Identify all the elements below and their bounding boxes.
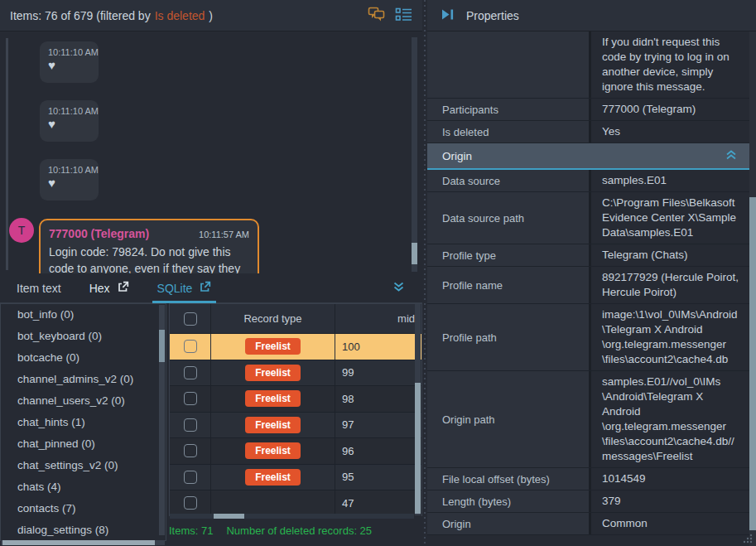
- table-row[interactable]: Freelist 95: [170, 465, 421, 491]
- message-bubble[interactable]: 10:11:10 AM ♥: [40, 41, 99, 83]
- table-header-row: Record type mid: [170, 304, 421, 334]
- detail-list-view-icon[interactable]: [395, 7, 412, 24]
- property-row[interactable]: Data source path C:\Program Files\Belkas…: [427, 192, 749, 244]
- tree-item[interactable]: chats (4): [1, 476, 166, 498]
- tree-item[interactable]: chat_pinned (0): [1, 433, 166, 455]
- tab-item-text[interactable]: Item text: [17, 273, 61, 303]
- sqlite-table-tree: bot_info (0) bot_keyboard (0) botcache (…: [0, 303, 166, 541]
- table-status-bar: Items: 71 Number of deleted records: 25: [169, 520, 422, 540]
- property-value: samples.E01//vol_0\IMs \Android\Telegram…: [591, 371, 749, 467]
- row-checkbox[interactable]: [184, 418, 197, 432]
- record-type-badge: Freelist: [245, 338, 301, 355]
- property-row[interactable]: File local offset (bytes) 1014549: [427, 468, 749, 490]
- table-row[interactable]: Freelist 98: [170, 386, 421, 413]
- messages-scrollbar-thumb[interactable]: [412, 243, 417, 264]
- message-bubble[interactable]: 10:11:10 AM ♥: [40, 159, 99, 201]
- column-record-type[interactable]: Record type: [211, 304, 335, 333]
- tree-item[interactable]: chat_hints (1): [1, 412, 166, 433]
- row-checkbox[interactable]: [184, 366, 197, 379]
- property-row[interactable]: Origin Common: [427, 513, 749, 535]
- chat-message-list: 10:11:10 AM ♥ 10:11:10 AM ♥ 10:11:10 AM …: [0, 31, 422, 273]
- origin-section-header[interactable]: Origin: [427, 143, 749, 170]
- row-checkbox[interactable]: [184, 340, 197, 353]
- property-label: Data source: [427, 170, 591, 191]
- record-type-badge: Freelist: [245, 417, 301, 433]
- property-row[interactable]: If you didn't request this code by tryin…: [427, 31, 749, 99]
- tree-scrollbar-thumb[interactable]: [159, 330, 165, 362]
- open-external-icon[interactable]: [117, 281, 129, 296]
- property-value: 892177929 (Hercule Poirot, Hercule Poiro…: [591, 267, 749, 303]
- table-row[interactable]: Freelist 97: [170, 413, 421, 439]
- tab-label: SQLite: [157, 282, 193, 295]
- property-row[interactable]: Profile type Telegram (Chats): [427, 244, 749, 267]
- property-label: Participants: [427, 99, 591, 120]
- tree-item[interactable]: channel_admins_v2 (0): [1, 369, 166, 390]
- property-row[interactable]: Data source samples.E01: [427, 170, 749, 192]
- property-label: Origin: [427, 513, 591, 534]
- message-bubble[interactable]: 10:11:10 AM ♥: [40, 100, 99, 142]
- conversation-view-icon[interactable]: [368, 7, 385, 25]
- property-value: samples.E01: [591, 170, 749, 191]
- items-count-suffix: ): [209, 9, 213, 22]
- column-mid[interactable]: mid: [335, 304, 421, 333]
- property-value: If you didn't request this code by tryin…: [591, 31, 749, 98]
- tree-item[interactable]: botcache (0): [1, 347, 166, 369]
- mid-value: 47: [335, 490, 421, 516]
- selected-message-bubble[interactable]: 777000 (Telegram) 10:11:57 AM Login code…: [39, 219, 259, 273]
- property-label: File local offset (bytes): [427, 468, 591, 490]
- property-row[interactable]: Profile name 892177929 (Hercule Poirot, …: [427, 267, 749, 304]
- tab-sqlite[interactable]: SQLite: [157, 273, 212, 303]
- message-timestamp: 10:11:10 AM: [48, 106, 99, 116]
- tree-item[interactable]: contacts (7): [1, 498, 166, 519]
- table-scrollbar-thumb[interactable]: [415, 383, 421, 514]
- collapse-section-icon[interactable]: [725, 149, 738, 163]
- property-value: C:\Program Files\Belkasoft Evidence Cent…: [591, 192, 749, 244]
- property-row[interactable]: Length (bytes) 379: [427, 490, 749, 513]
- collapse-pane-icon[interactable]: [392, 281, 406, 296]
- row-checkbox[interactable]: [184, 392, 197, 405]
- tree-hscrollbar: [1, 540, 165, 545]
- tree-hscrollbar-thumb[interactable]: [2, 540, 155, 545]
- avatar: T: [9, 218, 34, 243]
- resize-grip[interactable]: [740, 533, 754, 544]
- property-label: Profile path: [427, 304, 591, 370]
- property-value: 379: [591, 490, 749, 512]
- properties-scrollbar-thumb[interactable]: [749, 197, 756, 530]
- table-row[interactable]: 47: [170, 490, 421, 516]
- property-label: [427, 31, 591, 98]
- table-hscrollbar: [170, 514, 414, 519]
- mid-value: 100: [335, 334, 421, 360]
- filter-link[interactable]: Is deleted: [155, 9, 205, 22]
- select-all-checkbox[interactable]: [184, 312, 197, 326]
- items-header-bar: Items: 76 of 679 (filtered by Is deleted…: [0, 0, 422, 31]
- row-checkbox[interactable]: [184, 496, 197, 510]
- open-external-icon[interactable]: [199, 281, 211, 296]
- row-checkbox[interactable]: [184, 444, 197, 457]
- property-row[interactable]: Participants 777000 (Telegram): [427, 99, 749, 121]
- properties-grid: If you didn't request this code by tryin…: [427, 31, 749, 546]
- table-row[interactable]: Freelist 99: [170, 360, 421, 387]
- tree-item[interactable]: chat_settings_v2 (0): [1, 455, 166, 476]
- record-type-badge: Freelist: [245, 442, 301, 459]
- tree-item[interactable]: bot_info (0): [1, 304, 166, 326]
- property-row[interactable]: Profile path image:\1\vol_0\IMs\Android …: [427, 304, 749, 371]
- table-hscrollbar-thumb[interactable]: [214, 514, 244, 519]
- property-value: 1014549: [591, 468, 749, 490]
- collapse-panel-icon[interactable]: [441, 8, 455, 23]
- table-row[interactable]: Freelist 100: [170, 334, 421, 360]
- heart-emoji-icon: ♥: [48, 116, 99, 133]
- tree-item[interactable]: bot_keyboard (0): [1, 326, 166, 347]
- tab-hex[interactable]: Hex: [89, 273, 129, 303]
- left-scroll-strip: [6, 38, 8, 270]
- tree-item[interactable]: channel_users_v2 (0): [1, 390, 166, 412]
- table-row[interactable]: Freelist 96: [170, 438, 421, 465]
- tree-item[interactable]: dialog_settings (8): [1, 519, 166, 541]
- row-checkbox[interactable]: [184, 471, 197, 484]
- property-row[interactable]: Origin path samples.E01//vol_0\IMs \Andr…: [427, 371, 749, 468]
- property-label: Origin path: [427, 371, 591, 467]
- property-row[interactable]: Is deleted Yes: [427, 121, 749, 143]
- sender-name[interactable]: 777000 (Telegram): [49, 227, 149, 240]
- properties-scrollbar: [749, 31, 756, 546]
- viewer-tabs: Item text Hex SQLite: [0, 273, 422, 303]
- deleted-records-count: Number of deleted records: 25: [226, 524, 372, 537]
